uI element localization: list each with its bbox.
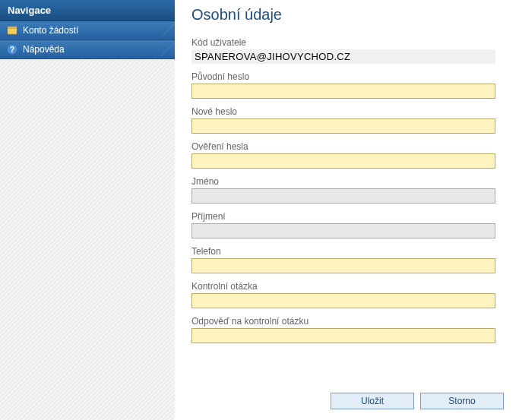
- field-user-code: Kód uživatele SPANEROVA@JIHOVYCHOD.CZ: [191, 37, 504, 64]
- button-row: Uložit Storno: [331, 393, 504, 409]
- nav-header: Navigace: [0, 0, 175, 21]
- field-first-name: Jméno: [191, 176, 504, 204]
- last-name-input[interactable]: [191, 223, 495, 238]
- original-password-label: Původní heslo: [191, 71, 504, 82]
- page-title: Osobní údaje: [191, 6, 504, 24]
- field-new-password: Nové heslo: [191, 106, 504, 134]
- svg-text:?: ?: [10, 46, 14, 54]
- new-password-input[interactable]: [191, 118, 495, 134]
- confirm-password-label: Ověření hesla: [191, 141, 504, 152]
- sidebar: Navigace Konto žádostí ? Nápověda: [0, 0, 175, 420]
- user-code-label: Kód uživatele: [191, 37, 504, 48]
- account-icon: [6, 24, 18, 36]
- last-name-label: Příjmení: [191, 211, 504, 222]
- save-button[interactable]: Uložit: [331, 393, 414, 409]
- security-question-label: Kontrolní otázka: [191, 281, 504, 292]
- field-phone: Telefon: [191, 246, 504, 273]
- sidebar-item-label: Nápověda: [23, 44, 65, 55]
- field-confirm-password: Ověření hesla: [191, 141, 504, 169]
- original-password-input[interactable]: [191, 84, 495, 99]
- cancel-button[interactable]: Storno: [420, 393, 504, 409]
- security-answer-label: Odpověď na kontrolní otázku: [191, 316, 504, 327]
- help-icon: ?: [6, 43, 18, 55]
- field-original-password: Původní heslo: [191, 71, 504, 99]
- sidebar-item-konto[interactable]: Konto žádostí: [0, 21, 175, 40]
- security-answer-input[interactable]: [191, 328, 495, 343]
- main-content: Osobní údaje Kód uživatele SPANEROVA@JIH…: [175, 0, 519, 420]
- security-question-input[interactable]: [191, 293, 495, 308]
- new-password-label: Nové heslo: [191, 106, 504, 117]
- field-security-answer: Odpověď na kontrolní otázku: [191, 316, 504, 343]
- first-name-input[interactable]: [191, 188, 495, 204]
- field-security-question: Kontrolní otázka: [191, 281, 504, 308]
- sidebar-item-label: Konto žádostí: [23, 25, 78, 36]
- svg-rect-1: [8, 27, 17, 29]
- confirm-password-input[interactable]: [191, 153, 495, 169]
- field-last-name: Příjmení: [191, 211, 504, 238]
- user-code-value: SPANEROVA@JIHOVYCHOD.CZ: [191, 49, 495, 64]
- phone-label: Telefon: [191, 246, 504, 257]
- phone-input[interactable]: [191, 258, 495, 273]
- sidebar-item-napoveda[interactable]: ? Nápověda: [0, 40, 175, 59]
- first-name-label: Jméno: [191, 176, 504, 187]
- sidebar-background: [0, 59, 175, 420]
